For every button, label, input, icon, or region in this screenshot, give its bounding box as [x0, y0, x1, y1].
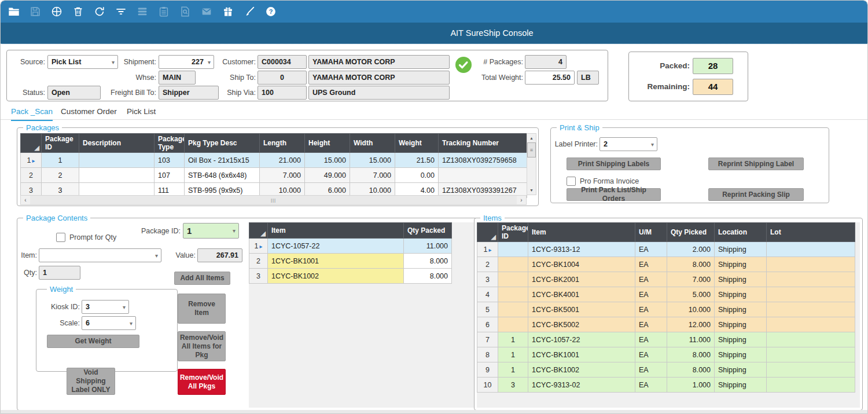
select-all-corner[interactable]: ◢: [477, 223, 498, 242]
reprint-packing-slip-button[interactable]: Reprint Packing Slip: [708, 188, 804, 201]
reprint-shipping-label-button[interactable]: Reprint Shipping Label: [708, 157, 804, 170]
table-row[interactable]: 31CYC-BK10028.000: [249, 269, 452, 284]
col-weight[interactable]: Weight: [395, 134, 439, 153]
row-number[interactable]: 10: [477, 378, 498, 393]
target-icon[interactable]: [50, 5, 63, 18]
remove-void-all-items-button[interactable]: Remove/Void All Items for Pkg: [178, 331, 226, 361]
col-pkg-type-desc[interactable]: Pkg Type Desc: [185, 134, 260, 153]
table-row[interactable]: 911CYC-BK1002EA8.000Shipping: [477, 362, 855, 378]
row-number[interactable]: 7: [477, 332, 498, 347]
tab-customer-order[interactable]: Customer Order: [61, 107, 117, 119]
col-width[interactable]: Width: [350, 134, 395, 153]
refresh-icon[interactable]: [93, 5, 106, 18]
col-lot[interactable]: Lot: [767, 223, 855, 242]
row-number[interactable]: 3: [477, 272, 498, 287]
row-number[interactable]: 5: [477, 302, 498, 317]
ship-via-code-field[interactable]: 100: [258, 86, 307, 100]
table-row[interactable]: 1031CYC-9313-02EA1.000Shipping: [477, 378, 855, 393]
void-shipping-label-button[interactable]: Void Shipping Label ONLY: [67, 368, 115, 395]
table-row[interactable]: 21CYC-BK1004EA8.000Shipping: [477, 257, 855, 272]
col-length[interactable]: Length: [260, 134, 305, 153]
vertical-scroll-thumb[interactable]: ≡: [527, 142, 536, 157]
scale-select[interactable]: 6▾: [82, 316, 136, 330]
table-row[interactable]: 1▸1CYC-1057-2211.000: [249, 239, 452, 254]
col-package-id[interactable]: Package ID: [42, 134, 79, 153]
prompt-for-qty-checkbox[interactable]: Prompt for Qty: [56, 233, 116, 242]
ship-via-name-field[interactable]: UPS Ground: [308, 86, 450, 100]
help-icon[interactable]: [264, 5, 277, 18]
add-all-items-button[interactable]: Add All Items: [174, 272, 230, 285]
num-packages-field[interactable]: 4: [525, 55, 567, 69]
select-all-corner[interactable]: ◢: [21, 134, 42, 153]
shipment-select[interactable]: 227▾: [159, 55, 214, 69]
row-number[interactable]: 1▸: [249, 239, 268, 254]
status-field[interactable]: Open: [47, 86, 101, 100]
packages-horizontal-scrollbar[interactable]: ‹ ||| ›: [20, 195, 527, 205]
table-row[interactable]: 22107STB-648 (6x6x48)7.00049.0007.0000.0…: [21, 168, 527, 183]
row-number[interactable]: 9: [477, 362, 498, 378]
package-id-select[interactable]: 1▾: [183, 223, 239, 239]
kiosk-id-select[interactable]: 3▾: [82, 300, 129, 314]
table-row[interactable]: 51CYC-BK5001EA10.000Shipping: [477, 302, 855, 317]
col-item[interactable]: Item: [268, 223, 404, 239]
item-select[interactable]: ▾: [39, 248, 161, 262]
table-row[interactable]: 41CYC-BK4001EA5.000Shipping: [477, 287, 855, 302]
col-qty-packed[interactable]: Qty Packed: [404, 223, 452, 239]
row-number[interactable]: 2: [477, 257, 498, 272]
table-row[interactable]: 811CYC-BK1001EA8.000Shipping: [477, 347, 855, 362]
table-row[interactable]: 1▸1CYC-9313-12EA2.000Shipping: [477, 242, 855, 257]
remove-item-button[interactable]: Remove Item: [178, 294, 226, 324]
horizontal-scroll-thumb[interactable]: |||: [30, 196, 517, 204]
row-number[interactable]: 2: [249, 254, 268, 269]
print-pack-list-button[interactable]: Print Pack List/Ship Orders: [567, 188, 661, 201]
whse-field[interactable]: MAIN: [159, 71, 196, 85]
row-number[interactable]: 4: [477, 287, 498, 302]
ship-to-code-field[interactable]: 0: [258, 71, 307, 85]
scroll-down-icon[interactable]: ▼: [529, 186, 534, 195]
mail-icon[interactable]: [200, 5, 213, 18]
ship-to-name-field[interactable]: YAMAHA MOTOR CORP: [308, 71, 450, 85]
row-number[interactable]: 8: [477, 347, 498, 362]
scroll-left-icon[interactable]: ‹: [21, 197, 30, 203]
col-package-type[interactable]: Package Type: [155, 134, 185, 153]
document-search-icon[interactable]: [179, 5, 192, 18]
row-number[interactable]: 2: [21, 168, 42, 183]
brush-icon[interactable]: [243, 5, 256, 18]
filter-icon[interactable]: [115, 5, 127, 18]
table-row[interactable]: 21CYC-BK10018.000: [249, 254, 452, 269]
total-weight-field[interactable]: 25.50: [525, 71, 575, 85]
col-description[interactable]: Description: [79, 134, 155, 153]
row-number[interactable]: 1▸: [477, 242, 498, 257]
scroll-right-icon[interactable]: ›: [517, 197, 526, 203]
col-qty-picked[interactable]: Qty Picked: [667, 223, 715, 242]
freight-bill-to-field[interactable]: Shipper: [159, 86, 219, 100]
package-icon[interactable]: [222, 5, 234, 18]
label-printer-select[interactable]: 2▾: [599, 137, 657, 151]
tab-pick-list[interactable]: Pick List: [127, 107, 156, 119]
col-um[interactable]: U/M: [635, 223, 667, 242]
table-row[interactable]: 711CYC-1057-22EA11.000Shipping: [477, 332, 855, 347]
row-number[interactable]: 1▸: [21, 153, 42, 168]
pro-forma-invoice-checkbox[interactable]: Pro Forma Invoice: [567, 177, 639, 186]
table-row[interactable]: 61CYC-BK5002EA12.000Shipping: [477, 317, 855, 332]
select-all-corner[interactable]: ◢: [249, 223, 268, 239]
table-row[interactable]: 1▸1103Oil Box - 21x15x1521.00015.00015.0…: [21, 153, 527, 168]
value-field[interactable]: 267.91: [197, 248, 242, 262]
source-select[interactable]: Pick List▾: [47, 55, 118, 69]
list-icon[interactable]: [136, 5, 149, 18]
customer-name-field[interactable]: YAMAHA MOTOR CORP: [308, 55, 450, 69]
qty-field[interactable]: 1: [39, 266, 80, 280]
open-icon[interactable]: [8, 5, 20, 18]
row-number[interactable]: 3: [249, 269, 268, 284]
clipboard-icon[interactable]: [157, 5, 170, 18]
col-location[interactable]: Location: [715, 223, 767, 242]
col-item[interactable]: Item: [528, 223, 635, 242]
delete-icon[interactable]: [72, 5, 84, 18]
save-icon[interactable]: [29, 5, 42, 18]
col-height[interactable]: Height: [305, 134, 350, 153]
remove-void-all-pkgs-button[interactable]: Remove/Void All Pkgs: [178, 369, 226, 395]
row-number[interactable]: 6: [477, 317, 498, 332]
print-shipping-labels-button[interactable]: Print Shipping Labels: [567, 157, 661, 170]
col-tracking-number[interactable]: Tracking Number: [439, 134, 527, 153]
customer-code-field[interactable]: C000034: [258, 55, 307, 69]
